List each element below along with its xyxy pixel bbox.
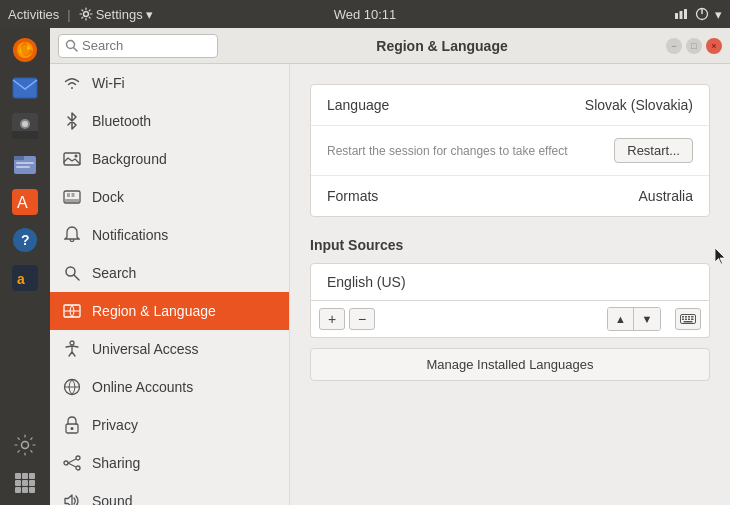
sidebar-item-universal-access-label: Universal Access — [92, 341, 199, 357]
sidebar-item-universal-access[interactable]: Universal Access — [50, 330, 289, 368]
close-button[interactable]: × — [706, 38, 722, 54]
sidebar-item-wifi[interactable]: Wi-Fi — [50, 64, 289, 102]
sidebar-item-region[interactable]: Region & Language — [50, 292, 289, 330]
move-up-button[interactable]: ▲ — [608, 308, 634, 330]
main-content: Wi-Fi Bluetooth — [50, 64, 730, 505]
svg-point-51 — [76, 456, 80, 460]
sidebar-item-sharing[interactable]: Sharing — [50, 444, 289, 482]
restart-button[interactable]: Restart... — [614, 138, 693, 163]
taskbar-settings[interactable] — [7, 427, 43, 463]
activities-button[interactable]: Activities — [8, 7, 59, 22]
move-down-button[interactable]: ▼ — [634, 308, 660, 330]
minimize-button[interactable]: − — [666, 38, 682, 54]
settings-gear-icon — [79, 7, 93, 21]
topbar-dropdown-icon[interactable]: ▾ — [146, 7, 153, 22]
svg-point-0 — [83, 12, 88, 17]
topbar-app-name: Settings — [96, 7, 143, 22]
svg-rect-15 — [14, 156, 24, 160]
taskbar-software[interactable]: A — [7, 184, 43, 220]
sidebar-item-dock[interactable]: Dock — [50, 178, 289, 216]
svg-rect-40 — [67, 193, 70, 197]
sidebar-item-bluetooth[interactable]: Bluetooth — [50, 102, 289, 140]
keyboard-icon — [680, 314, 696, 324]
svg-point-12 — [22, 121, 28, 127]
dock-icon — [62, 187, 82, 207]
formats-label: Formats — [327, 188, 378, 204]
right-panel: Language Slovak (Slovakia) Restart the s… — [290, 64, 730, 505]
taskbar-apps[interactable] — [7, 465, 43, 501]
settings-taskbar-icon — [13, 433, 37, 457]
mail-icon — [12, 77, 38, 99]
sidebar-item-online-accounts[interactable]: Online Accounts — [50, 368, 289, 406]
restart-hint: Restart the session for changes to take … — [327, 144, 614, 158]
sidebar-item-background[interactable]: Background — [50, 140, 289, 178]
search-icon — [65, 39, 78, 52]
sidebar-item-search[interactable]: Search — [50, 254, 289, 292]
wifi-icon — [62, 73, 82, 93]
sidebar-item-privacy-label: Privacy — [92, 417, 138, 433]
sharing-icon — [62, 453, 82, 473]
taskbar-files[interactable] — [7, 146, 43, 182]
svg-point-50 — [71, 427, 74, 430]
svg-rect-17 — [16, 166, 30, 168]
region-icon — [62, 301, 82, 321]
sidebar-item-notifications[interactable]: Notifications — [50, 216, 289, 254]
svg-rect-16 — [16, 162, 34, 164]
language-card: Language Slovak (Slovakia) Restart the s… — [310, 84, 710, 217]
language-value: Slovak (Slovakia) — [585, 97, 693, 113]
taskbar-amazon[interactable]: a — [7, 260, 43, 296]
input-source-arrows: ▲ ▼ — [607, 307, 661, 331]
topbar-time: Wed 10:11 — [334, 7, 397, 22]
svg-rect-29 — [22, 480, 28, 486]
network-status-icon — [673, 7, 689, 21]
svg-rect-64 — [682, 319, 684, 321]
svg-point-52 — [76, 466, 80, 470]
svg-point-53 — [64, 461, 68, 465]
apps-icon — [14, 472, 36, 494]
svg-rect-41 — [72, 193, 75, 197]
svg-rect-2 — [680, 11, 683, 19]
input-sources-toolbar: + − ▲ ▼ — [310, 301, 710, 338]
sidebar-item-sound[interactable]: Sound — [50, 482, 289, 505]
restart-row: Restart the session for changes to take … — [311, 126, 709, 176]
svg-rect-65 — [685, 319, 687, 321]
keyboard-preview-button[interactable] — [675, 308, 701, 330]
taskbar-help[interactable]: ? — [7, 222, 43, 258]
taskbar-firefox[interactable] — [7, 32, 43, 68]
firefox-icon — [11, 36, 39, 64]
input-sources-card: English (US) — [310, 263, 710, 301]
svg-rect-26 — [22, 473, 28, 479]
files-icon — [13, 152, 37, 176]
add-input-source-button[interactable]: + — [319, 308, 345, 330]
taskbar-photos[interactable] — [7, 108, 43, 144]
svg-rect-67 — [691, 319, 694, 321]
svg-line-43 — [74, 275, 79, 280]
search-input[interactable] — [82, 38, 211, 53]
svg-rect-1 — [675, 13, 678, 19]
taskbar-mail[interactable] — [7, 70, 43, 106]
topbar-system-icon[interactable]: ▾ — [715, 7, 722, 22]
bluetooth-icon — [62, 111, 82, 131]
svg-rect-68 — [684, 321, 693, 323]
formats-value: Australia — [639, 188, 693, 204]
language-row: Language Slovak (Slovakia) — [311, 85, 709, 126]
svg-rect-32 — [22, 487, 28, 493]
input-source-item-english[interactable]: English (US) — [311, 264, 709, 300]
power-icon[interactable] — [695, 7, 709, 21]
search-box[interactable] — [58, 34, 218, 58]
input-source-label: English (US) — [327, 274, 406, 290]
sidebar-item-sharing-label: Sharing — [92, 455, 140, 471]
sidebar-item-dock-label: Dock — [92, 189, 124, 205]
input-sources-title: Input Sources — [310, 237, 710, 253]
settings-menu[interactable]: Settings ▾ — [79, 7, 153, 22]
sidebar-item-privacy[interactable]: Privacy — [50, 406, 289, 444]
photos-icon — [12, 113, 38, 139]
sidebar-item-search-label: Search — [92, 265, 136, 281]
sidebar-item-online-accounts-label: Online Accounts — [92, 379, 193, 395]
manage-languages-button[interactable]: Manage Installed Languages — [310, 348, 710, 381]
remove-input-source-button[interactable]: − — [349, 308, 375, 330]
maximize-button[interactable]: □ — [686, 38, 702, 54]
svg-text:?: ? — [21, 232, 30, 248]
svg-point-46 — [70, 341, 74, 345]
topbar-right: ▾ — [673, 7, 722, 22]
